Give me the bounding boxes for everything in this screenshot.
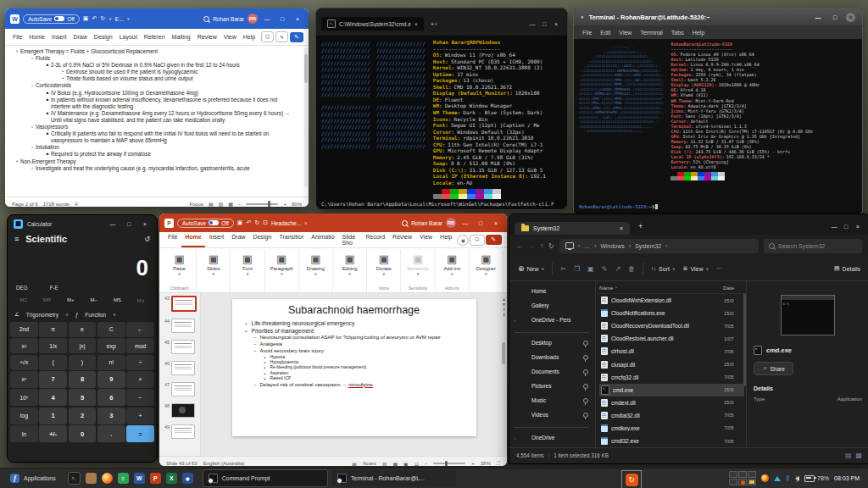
chevron-down-icon[interactable]: ∨: [581, 14, 584, 19]
calculator-window[interactable]: ▦ Calculator — □ × ≡ Scientific ↺ 0 DEG …: [7, 214, 158, 463]
zoom-out-icon[interactable]: −: [238, 202, 242, 207]
calc-key[interactable]: π: [39, 322, 67, 337]
close-button[interactable]: ×: [490, 220, 502, 226]
calc-key[interactable]: 2nd: [10, 322, 38, 337]
zoom-slider[interactable]: [433, 463, 465, 464]
menu-tab[interactable]: Referen: [142, 32, 168, 42]
powerpoint-window[interactable]: P AutoSave Off ▣ ↶ ↻ ⊡ Headache... ∨ Roh…: [159, 214, 507, 466]
wifi-icon[interactable]: [774, 476, 781, 481]
history-icon[interactable]: ↺: [144, 236, 150, 243]
avatar[interactable]: RB: [248, 14, 258, 24]
slide[interactable]: Subarachnoid haemorrhage • Life-threaten…: [232, 299, 476, 436]
refresh-icon[interactable]: ↻: [548, 242, 554, 250]
file-row[interactable]: cmdkey.exe 7/05: [599, 422, 744, 435]
menu-tab[interactable]: File: [164, 232, 181, 247]
name-column-header[interactable]: Name ⌃: [599, 285, 723, 291]
breadcrumb-item[interactable]: Windows: [600, 243, 624, 249]
sidebar-item[interactable]: Pictures: [513, 379, 595, 393]
save-icon[interactable]: ▣: [237, 219, 243, 226]
this-pc-icon[interactable]: [565, 242, 574, 249]
calc-key[interactable]: 3: [97, 408, 125, 424]
angle-mode-button[interactable]: DEG: [16, 285, 28, 291]
reading-view-icon[interactable]: ▣: [403, 461, 409, 467]
slide-scrollbar[interactable]: ▲ ▼ ⇞ ⇟: [502, 297, 506, 452]
menu-tab[interactable]: Insert: [49, 32, 70, 42]
calc-key[interactable]: 6: [97, 389, 125, 406]
sidebar-item[interactable]: [513, 327, 590, 333]
menu-tab[interactable]: View: [416, 232, 436, 247]
more-options-icon[interactable]: ⋯: [716, 265, 722, 272]
calc-key[interactable]: 0: [69, 425, 97, 442]
blue-app-launcher-icon[interactable]: ◆: [182, 473, 193, 484]
undo-icon[interactable]: ↶: [246, 219, 251, 226]
comment-button[interactable]: 🗨: [261, 31, 274, 42]
delete-icon[interactable]: 🗑: [628, 265, 635, 273]
file-row[interactable]: cmdial32.dll 7/05: [599, 409, 744, 422]
document-title[interactable]: E...: [115, 16, 124, 22]
hamburger-menu-icon[interactable]: ≡: [14, 235, 19, 243]
file-row[interactable]: cmdext.dll 15/0: [599, 396, 744, 409]
search-icon[interactable]: [203, 16, 209, 22]
share-button[interactable]: ↗ Share: [754, 362, 793, 375]
slide-thumbnail[interactable]: 43: [161, 296, 198, 312]
sort-button[interactable]: ↑↓Sort∨: [651, 266, 676, 272]
calculator-mode[interactable]: Scientific: [25, 234, 67, 244]
ribbon-group[interactable]: ▣ Paste ∨ Clipboard: [163, 250, 197, 292]
memory-button[interactable]: MS: [107, 295, 129, 306]
large-icons-view-icon[interactable]: ▦: [855, 452, 862, 459]
file-row[interactable]: cmcfg32.dll 7/05: [599, 371, 744, 384]
zoom-in-icon[interactable]: +: [283, 202, 287, 207]
ribbon-group[interactable]: ▣ Add-ins ∨ Add-ins: [436, 250, 470, 292]
calc-key[interactable]: 4: [39, 389, 67, 406]
sidebar-item[interactable]: › OneDrive - Pers: [513, 313, 595, 327]
calc-key[interactable]: ×: [126, 371, 154, 388]
language-indicator[interactable]: English (Australia): [203, 461, 245, 466]
sidebar-item[interactable]: Home: [513, 284, 595, 298]
maximize-button[interactable]: □: [475, 220, 487, 226]
word-count[interactable]: 1728 words: [43, 202, 70, 207]
calc-key[interactable]: exp: [97, 338, 125, 353]
menu-item[interactable]: Help: [693, 30, 704, 36]
word-launcher-icon[interactable]: W: [134, 473, 145, 484]
normal-view-icon[interactable]: ▥: [382, 461, 387, 467]
chevron-down-icon[interactable]: ∨: [108, 16, 112, 21]
word-document[interactable]: • Emergent Therapy = Fluids + Glucocorti…: [5, 46, 309, 197]
workspace-pager[interactable]: [729, 471, 756, 485]
tab-close-icon[interactable]: ×: [415, 21, 418, 27]
slide-canvas[interactable]: Subarachnoid haemorrhage • Life-threaten…: [201, 293, 507, 456]
explorer-window[interactable]: System32 × + — □ × ← → ↑ ↻ › …›Windows›S…: [509, 214, 868, 464]
chevron-down-icon[interactable]: ∨: [127, 16, 131, 21]
slide-sorter-icon[interactable]: ▦: [392, 461, 398, 467]
menu-tab[interactable]: Help: [241, 32, 258, 42]
date-column-header[interactable]: Date: [723, 285, 744, 291]
new-button[interactable]: ⊕New∨: [518, 264, 544, 273]
battery-indicator[interactable]: 78%: [804, 475, 829, 482]
slide-thumbnail[interactable]: 44: [161, 319, 198, 333]
calc-key[interactable]: xʸ: [10, 371, 38, 388]
sidebar-item[interactable]: [513, 422, 590, 428]
menu-item[interactable]: View: [619, 30, 632, 36]
present-icon[interactable]: ⊡: [263, 219, 268, 226]
taskbar-window-button[interactable]: Command Prompt: [203, 470, 327, 486]
calc-key[interactable]: mod: [126, 338, 154, 353]
calc-key[interactable]: ←: [126, 322, 154, 337]
firefox-launcher-icon[interactable]: [102, 473, 113, 484]
calc-key[interactable]: x²: [10, 338, 38, 353]
sidebar-item[interactable]: Music: [513, 393, 595, 408]
tab-close-icon[interactable]: ×: [620, 225, 623, 231]
file-row[interactable]: CloudRestoreLauncher.dll 1/07: [599, 332, 744, 345]
excel-launcher-icon[interactable]: X: [166, 473, 177, 484]
powerpoint-launcher-icon[interactable]: P: [150, 473, 161, 484]
ribbon-group[interactable]: ▣ Font ∨: [231, 250, 264, 292]
sidebar-item[interactable]: › OneDrive: [513, 430, 595, 445]
breadcrumb[interactable]: › …›Windows›System32›: [559, 239, 759, 253]
green-app-launcher-icon[interactable]: ≡: [118, 473, 129, 484]
calc-key[interactable]: 9: [97, 371, 125, 388]
focused-app-dock-slot[interactable]: ↻: [621, 470, 642, 488]
editing-mode-button[interactable]: ✎: [486, 235, 502, 245]
minimize-button[interactable]: —: [526, 21, 538, 27]
calc-key[interactable]: n!: [97, 355, 125, 370]
sidebar-item[interactable]: Desktop: [513, 336, 595, 350]
terminal-launcher-icon[interactable]: >_: [68, 472, 81, 485]
files-launcher-icon[interactable]: [86, 473, 97, 484]
